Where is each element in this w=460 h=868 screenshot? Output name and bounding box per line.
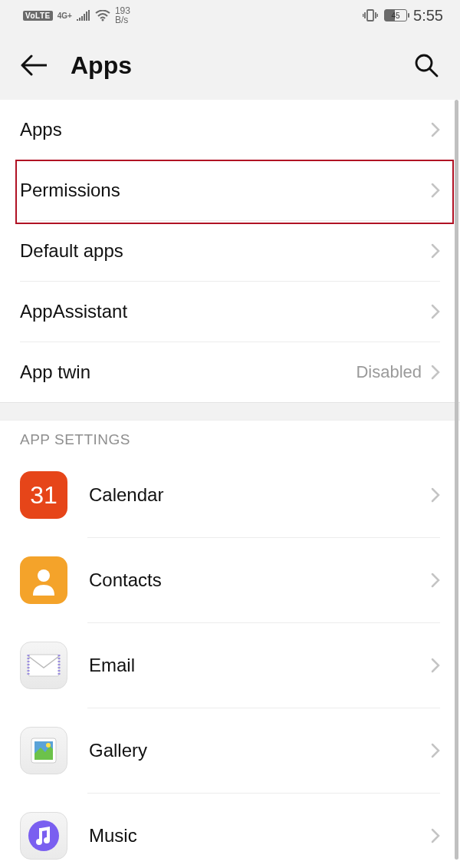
app-label: Music [89,825,137,847]
app-label: Contacts [89,569,162,591]
volte-icon: VoLTE [23,11,53,21]
app-calendar[interactable]: 31 Calendar [0,453,460,537]
data-rate-unit: B/s [115,15,130,25]
app-music[interactable]: Music [0,794,460,868]
app-label: Gallery [89,740,147,761]
email-icon [20,642,67,689]
menu-default-apps[interactable]: Default apps [0,221,460,281]
svg-point-0 [101,18,104,21]
contacts-icon [20,556,67,604]
scrollbar[interactable] [455,100,458,860]
menu-label: Default apps [20,240,123,262]
app-contacts[interactable]: Contacts [0,538,460,622]
chevron-right-icon [431,122,440,137]
page-title: Apps [71,51,132,80]
chevron-right-icon [431,365,440,380]
chevron-right-icon [431,487,440,503]
clock-label: 5:55 [413,7,443,25]
menu-apps[interactable]: Apps [0,100,460,160]
app-label: Email [89,655,135,676]
app-gallery[interactable]: Gallery [0,708,460,793]
menu-value: Disabled [356,362,422,382]
menu-label: AppAssistant [20,301,127,322]
vibrate-icon [363,8,378,22]
chevron-right-icon [431,243,440,259]
wifi-icon [95,10,110,21]
back-button[interactable] [18,50,49,81]
menu-label: Apps [20,119,62,140]
svg-point-3 [38,569,50,582]
app-label: Calendar [89,484,163,506]
status-bar: VoLTE 4G+ 193 B/s 45 5:55 [0,0,460,31]
chevron-right-icon [431,183,440,198]
svg-rect-4 [28,655,59,676]
chevron-right-icon [431,304,440,319]
svg-rect-1 [367,10,373,21]
menu-app-twin[interactable]: App twin Disabled [0,342,460,402]
calendar-icon: 31 [20,471,67,519]
menu-app-assistant[interactable]: AppAssistant [0,282,460,342]
header: Apps [0,31,460,100]
menu-label: App twin [20,361,90,383]
signal-icon [77,10,90,21]
music-icon [20,812,67,860]
chevron-right-icon [431,743,440,758]
search-button[interactable] [411,50,442,81]
section-header: APP SETTINGS [0,421,460,453]
chevron-right-icon [431,573,440,588]
gallery-icon [20,727,67,774]
battery-icon: 45 [384,9,407,21]
menu-permissions[interactable]: Permissions [0,160,460,220]
svg-point-7 [46,743,51,748]
menu-label: Permissions [20,180,120,201]
app-email[interactable]: Email [0,623,460,708]
chevron-right-icon [431,828,440,843]
chevron-right-icon [431,658,440,673]
network-gen-label: 4G+ [58,12,72,19]
svg-point-2 [416,55,432,71]
svg-point-8 [28,820,59,851]
app-settings-list: 31 Calendar Contacts Email Gallery Music [0,453,460,868]
settings-section: Apps Permissions Default apps AppAssista… [0,100,460,402]
